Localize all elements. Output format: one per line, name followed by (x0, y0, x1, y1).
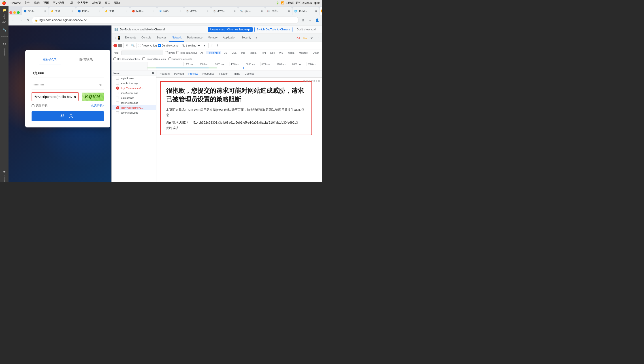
invert-checkbox[interactable] (165, 51, 168, 54)
tab-wechat-login[interactable]: 微信登录 (68, 56, 104, 64)
request-item-save-action-3[interactable]: saveActionLogs (112, 100, 156, 105)
record-button[interactable] (113, 44, 117, 48)
filter-type-wasm[interactable]: Wasm (286, 51, 296, 54)
req-checkbox-3[interactable] (116, 92, 119, 94)
detail-tab-initiator[interactable]: Initiator (217, 70, 230, 78)
tab-52[interactable]: 🔍 (52... ✕ (238, 7, 265, 15)
login-button[interactable]: 登 录 (32, 111, 104, 121)
filter-type-js[interactable]: JS (223, 51, 228, 54)
tab-password-login[interactable]: 密码登录 (32, 56, 68, 64)
switch-to-chinese-button[interactable]: Switch DevTools to Chinese (254, 27, 293, 32)
request-item-login-license-1[interactable]: loginLicense (112, 76, 156, 81)
filter-type-manifest[interactable]: Manifest (298, 51, 310, 54)
third-party-requests-label[interactable]: 3rd-party requests (168, 58, 192, 60)
star-icon[interactable]: ☆ (307, 17, 313, 23)
tab-hand-ring-1[interactable]: 🤚 手环 ✕ (49, 7, 76, 15)
tab-close-thur[interactable]: ✕ (98, 10, 101, 12)
sidebar-item-favorites[interactable]: ★ (1, 168, 8, 175)
tab-close-52[interactable]: ✕ (260, 10, 263, 12)
request-item-login-license-2[interactable]: loginLicense (112, 96, 156, 100)
devtools-more-btn[interactable]: ⋮ (315, 35, 321, 41)
menu-file[interactable]: 文件 (24, 1, 30, 5)
preserve-log-label[interactable]: Preserve log (138, 44, 157, 47)
has-blocked-cookies-label[interactable]: Has blocked cookies (113, 58, 140, 60)
tab-blog[interactable]: 📖 博客... ✕ (265, 7, 292, 15)
filter-type-font[interactable]: Font (259, 51, 267, 54)
menu-view[interactable]: 视图 (43, 1, 49, 5)
import-icon[interactable]: ⬆ (210, 44, 214, 48)
devtools-tab-sources[interactable]: Sources (154, 34, 169, 42)
url-bar[interactable]: 🔒 ngtu.com.cn/sealLogin/uniscape=RV (32, 16, 299, 24)
detail-tab-timing[interactable]: Timing (230, 70, 242, 78)
has-blocked-cookies-checkbox[interactable] (113, 58, 116, 60)
filter-type-all[interactable]: All (199, 51, 204, 54)
maximize-window-btn[interactable] (17, 11, 20, 14)
filter-type-doc[interactable]: Doc (269, 51, 276, 54)
tab-tom[interactable]: 🌐 TOM... ✕ (292, 7, 319, 15)
tab-sz-a[interactable]: 🔵 sz-a... ✕ (22, 7, 49, 15)
password-eye-icon[interactable]: 👁 (99, 83, 102, 87)
disable-cache-checkbox[interactable] (158, 44, 161, 47)
menu-window[interactable]: 窗口 (105, 1, 111, 5)
devtools-tab-security[interactable]: Security (239, 34, 254, 42)
match-language-button[interactable]: Always match Chrome's language (208, 27, 253, 32)
request-item-save-action-4[interactable]: saveActionLogs (112, 110, 156, 115)
req-checkbox-4[interactable] (116, 96, 119, 99)
export-icon[interactable]: ⬇ (216, 44, 220, 48)
stop-button[interactable] (118, 44, 122, 48)
req-checkbox-6[interactable] (116, 111, 119, 114)
sidebar-item-project[interactable]: 📁 (1, 7, 8, 14)
detail-tab-headers[interactable]: Headers (157, 70, 172, 78)
request-item-save-action-1[interactable]: saveActionLogs (112, 81, 156, 86)
detail-tab-payload[interactable]: Payload (172, 70, 186, 78)
devtools-more-tabs[interactable]: » (254, 34, 259, 42)
filter-icon[interactable]: ▽ (125, 44, 129, 48)
remember-me-label[interactable]: 记住密码 (32, 104, 48, 108)
remember-me-checkbox[interactable] (32, 104, 35, 107)
blocked-requests-label[interactable]: Blocked Requests (142, 58, 166, 60)
throttle-dropdown-icon[interactable]: ▾ (202, 44, 207, 48)
third-party-checkbox[interactable] (168, 58, 171, 60)
hide-urls-checkbox[interactable] (176, 51, 179, 54)
filter-type-other[interactable]: Other (311, 51, 320, 54)
req-checkbox-1[interactable] (116, 77, 119, 80)
forgot-password-link[interactable]: 忘记密码? (91, 104, 104, 108)
devtools-settings-btn[interactable]: ⚙ (308, 35, 314, 41)
menu-help[interactable]: 帮助 (114, 1, 120, 5)
forward-btn[interactable]: → (18, 17, 24, 23)
req-header-close-icon[interactable]: ✕ (152, 71, 154, 75)
dont-show-again-button[interactable]: Don't show again (294, 27, 319, 32)
tab-java2[interactable]: ☕ Java... ✕ (211, 7, 238, 15)
devtools-tab-application[interactable]: Application (220, 34, 239, 42)
menu-history[interactable]: 历史记录 (53, 1, 64, 5)
devtools-tab-network[interactable]: Network (169, 34, 184, 42)
tab-close-hr1[interactable]: ✕ (71, 10, 74, 12)
preserve-log-checkbox[interactable] (138, 44, 141, 47)
request-item-login-error-1[interactable]: ! login?username=1... (112, 86, 156, 90)
menu-profile[interactable]: 个人资料 (77, 1, 89, 5)
minimize-window-btn[interactable] (13, 11, 16, 14)
cast-icon[interactable]: ⊞ (300, 17, 306, 23)
captcha-input[interactable] (32, 92, 79, 101)
tab-thur[interactable]: 🔵 thur... ✕ (76, 7, 103, 15)
detail-tab-preview[interactable]: Preview (186, 70, 200, 78)
request-item-save-action-2[interactable]: saveActionLogs (112, 90, 156, 96)
tab-close-blog[interactable]: ✕ (287, 10, 290, 12)
tab-java1[interactable]: ☕ Java... ✕ (184, 7, 211, 15)
tab-active-orange[interactable]: ✕ (319, 7, 322, 15)
hide-urls-label[interactable]: Hide data URLs (176, 51, 197, 54)
sidebar-item-z-structure[interactable]: Z-S (1, 41, 8, 48)
filter-type-ws[interactable]: WS (278, 51, 284, 54)
detail-tab-cookies[interactable]: Cookies (242, 70, 256, 78)
blocked-requests-checkbox[interactable] (142, 58, 145, 60)
sidebar-item-da3[interactable]: da3 (1, 19, 8, 26)
back-btn[interactable]: ← (10, 17, 17, 23)
tab-nac[interactable]: 📧 Nac... ✕ (157, 7, 184, 15)
devtools-tab-elements[interactable]: Elements (122, 34, 139, 42)
close-window-btn[interactable] (10, 11, 12, 14)
reload-btn[interactable]: ↻ (25, 17, 31, 23)
sidebar-item-tool[interactable]: 🔧 (1, 26, 8, 33)
apple-menu[interactable]: 🍎 (2, 1, 6, 5)
filter-type-css[interactable]: CSS (230, 51, 238, 54)
tab-mac[interactable]: 🍎 Mac... ✕ (130, 7, 157, 15)
